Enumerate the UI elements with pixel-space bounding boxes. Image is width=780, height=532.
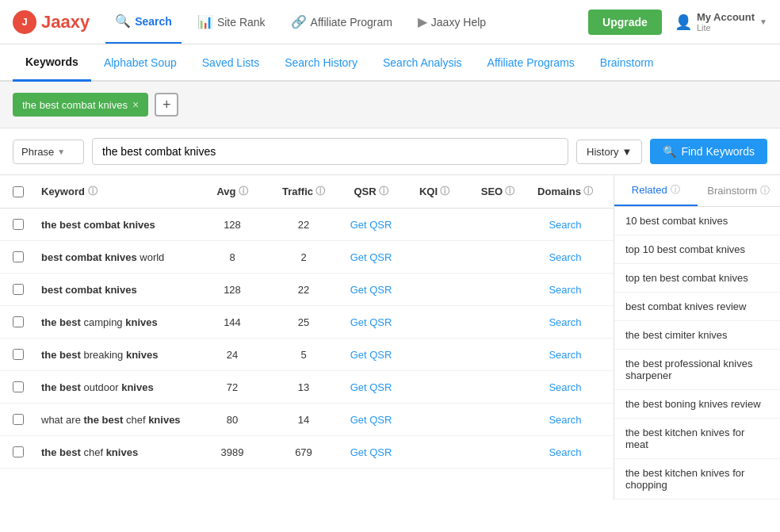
qsr-info-icon[interactable]: ⓘ [379,185,388,198]
row-qsr-3[interactable]: Get QSR [339,316,403,328]
row-domains-2[interactable]: Search [530,283,601,296]
add-tag-button[interactable]: + [155,93,178,117]
domains-info-icon[interactable]: ⓘ [583,185,593,198]
row-qsr-2[interactable]: Get QSR [339,283,403,296]
row-domains-6[interactable]: Search [530,413,601,426]
find-keywords-label: Find Keywords [681,145,755,158]
row-keyword-1: best combat knives world [41,251,197,263]
affiliate-icon: 🔗 [291,14,307,29]
keyword-search-input[interactable] [92,138,568,165]
row-check-6[interactable] [13,414,24,425]
keyword-info-icon[interactable]: ⓘ [88,185,98,198]
siterank-icon: 📊 [197,14,213,29]
phrase-dropdown[interactable]: Phrase ▼ [13,140,84,164]
related-tab-related[interactable]: Related ⓘ [614,175,698,206]
row-domains-7[interactable]: Search [530,446,601,458]
related-item[interactable]: the best kitchen knives for chopping [614,459,780,499]
row-check-5[interactable] [13,381,24,392]
row-keyword-3: the best camping knives [41,316,197,328]
logo-text: Jaaxy [41,12,90,33]
tab-saved-lists[interactable]: Saved Lists [189,45,272,80]
nav-siterank-label: Site Rank [217,16,266,29]
account-chevron-icon: ▼ [759,17,767,26]
tab-keywords[interactable]: Keywords [13,44,91,82]
row-qsr-0[interactable]: Get QSR [339,218,403,231]
search-tag-close[interactable]: × [132,98,139,111]
row-check-4[interactable] [13,349,24,360]
row-checkbox-0 [13,219,41,230]
row-domains-0[interactable]: Search [530,218,601,231]
row-check-7[interactable] [13,446,24,457]
account-icon: 👤 [675,13,692,31]
search-icon: 🔍 [663,145,676,158]
logo-icon: J [13,10,36,34]
search-tag-label: the best combat knives [22,99,128,111]
row-qsr-1[interactable]: Get QSR [339,251,403,263]
history-dropdown[interactable]: History ▼ [576,140,642,164]
nav-siterank[interactable]: 📊 Site Rank [188,0,275,44]
tab-alphabet-soup[interactable]: Alphabet Soup [91,45,189,80]
row-domains-4[interactable]: Search [530,348,601,361]
related-item[interactable]: 10 best combat knives [614,207,780,235]
row-qsr-6[interactable]: Get QSR [339,413,403,426]
row-avg-4: 24 [197,349,268,361]
account-nav[interactable]: 👤 My Account Lite ▼ [675,11,767,33]
row-avg-1: 8 [197,251,268,263]
related-panel: Related ⓘ Brainstorm ⓘ 10 best combat kn… [614,175,780,499]
row-domains-1[interactable]: Search [530,251,601,263]
nav-help-label: Jaaxy Help [431,16,486,29]
tab-brainstorm[interactable]: Brainstorm [587,45,667,80]
related-item[interactable]: the best kitchen knives for meat [614,419,780,459]
row-domains-3[interactable]: Search [530,316,601,328]
related-item[interactable]: top 10 best combat knives [614,235,780,264]
table-header: Keyword ⓘ Avg ⓘ Traffic ⓘ QSR ⓘ KQI ⓘ SE… [0,175,614,209]
account-text: My Account Lite [697,11,755,33]
row-avg-6: 80 [197,414,268,426]
main-content: Keyword ⓘ Avg ⓘ Traffic ⓘ QSR ⓘ KQI ⓘ SE… [0,175,780,499]
nav-affiliate[interactable]: 🔗 Affiliate Program [281,0,402,44]
row-check-1[interactable] [13,251,24,262]
account-label: My Account [697,11,755,23]
avg-info-icon[interactable]: ⓘ [239,185,248,198]
traffic-info-icon[interactable]: ⓘ [315,185,325,198]
nav-help[interactable]: ▶ Jaaxy Help [408,0,495,44]
phrase-label: Phrase [21,146,54,158]
nav-search[interactable]: 🔍 Search [105,0,182,44]
related-item[interactable]: the best boning knives review [614,390,780,419]
brainstorm-tab-label: Brainstorm [707,185,757,197]
related-item[interactable]: best combat knives review [614,293,780,321]
related-tabs: Related ⓘ Brainstorm ⓘ [614,175,780,207]
tab-search-analysis[interactable]: Search Analysis [370,45,475,80]
brainstorm-info-icon[interactable]: ⓘ [760,184,770,197]
related-info-icon[interactable]: ⓘ [671,183,680,197]
upgrade-button[interactable]: Upgrade [588,10,662,35]
row-traffic-4: 5 [268,349,339,361]
related-item[interactable]: the best cimiter knives [614,321,780,350]
table-row: the best outdoor knives 72 13 Get QSR Se… [0,371,614,404]
seo-info-icon[interactable]: ⓘ [505,185,514,198]
row-domains-5[interactable]: Search [530,381,601,393]
kqi-info-icon[interactable]: ⓘ [440,185,449,198]
row-keyword-0: the best combat knives [41,219,197,231]
row-qsr-4[interactable]: Get QSR [339,348,403,361]
related-item[interactable]: top ten best combat knives [614,264,780,293]
header-seo: SEO ⓘ [466,185,530,198]
search-nav-icon: 🔍 [115,13,131,29]
row-avg-7: 3989 [197,446,268,458]
find-keywords-button[interactable]: 🔍 Find Keywords [650,139,767,164]
tab-affiliate-programs[interactable]: Affiliate Programs [475,45,587,80]
row-check-3[interactable] [13,316,24,327]
row-check-2[interactable] [13,284,24,295]
tab-search-history[interactable]: Search History [272,45,370,80]
related-tab-brainstorm[interactable]: Brainstorm ⓘ [698,175,781,206]
row-checkbox-6 [13,414,41,425]
table-row: what are the best chef knives 80 14 Get … [0,404,614,436]
row-qsr-5[interactable]: Get QSR [339,381,403,393]
select-all-checkbox[interactable] [13,186,24,197]
row-qsr-7[interactable]: Get QSR [339,446,403,458]
row-check-0[interactable] [13,219,24,230]
table-row: best combat knives world 8 2 Get QSR Sea… [0,241,614,274]
row-traffic-5: 13 [268,381,339,393]
related-item[interactable]: the best professional knives sharpener [614,350,780,390]
history-chevron-icon: ▼ [622,146,633,158]
